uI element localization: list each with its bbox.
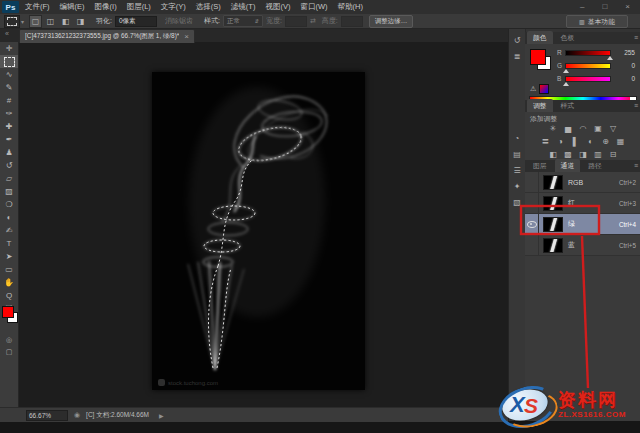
- properties-panel-icon[interactable]: ≣: [511, 50, 523, 62]
- curves-icon[interactable]: ◠: [578, 124, 588, 134]
- rectangle-tool[interactable]: ▭: [0, 263, 18, 276]
- channel-row-green-selected[interactable]: 绿 Ctrl+4: [525, 214, 640, 235]
- tab-layers[interactable]: 图层: [527, 159, 553, 172]
- gradient-tool[interactable]: ▨: [0, 185, 18, 198]
- screen-mode-button[interactable]: ▢: [0, 346, 18, 358]
- move-tool[interactable]: ✛: [0, 42, 18, 55]
- menu-file[interactable]: 文件(F): [25, 2, 50, 12]
- close-button[interactable]: ×: [625, 0, 630, 13]
- tab-paths[interactable]: 路径: [582, 159, 608, 172]
- style-select[interactable]: 正常 ⇵: [223, 15, 263, 27]
- collapsed-panel-icon[interactable]: ▧: [511, 196, 523, 208]
- blur-tool[interactable]: ❍: [0, 198, 18, 211]
- channel-row-blue[interactable]: 蓝 Ctrl+5: [525, 235, 640, 256]
- black-white-icon[interactable]: ▌: [571, 137, 581, 147]
- workspace-switcher[interactable]: ▥ 基本功能: [566, 15, 628, 28]
- tab-adjustments[interactable]: 调整: [527, 99, 553, 112]
- maximize-button[interactable]: □: [602, 0, 607, 13]
- tool-preset-caret-icon[interactable]: ▾: [21, 18, 24, 25]
- collapsed-panel-icon[interactable]: ☰: [511, 164, 523, 176]
- history-panel-icon[interactable]: ↺: [511, 34, 523, 46]
- tab-swatches[interactable]: 色板: [555, 31, 581, 44]
- type-tool[interactable]: T: [0, 237, 18, 250]
- red-slider-handle[interactable]: [607, 56, 613, 60]
- menu-select[interactable]: 选择(S): [196, 2, 221, 12]
- tab-styles[interactable]: 样式: [555, 99, 581, 112]
- visibility-toggle[interactable]: [525, 193, 539, 213]
- tab-channels[interactable]: 通道: [555, 159, 581, 172]
- dodge-tool[interactable]: ◐: [0, 211, 18, 224]
- collapsed-panel-icon[interactable]: ◔: [511, 132, 523, 144]
- document-image[interactable]: stock.tuchong.com: [152, 72, 365, 390]
- path-selection-tool[interactable]: ➤: [0, 250, 18, 263]
- collapsed-panel-icon[interactable]: ✦: [511, 180, 523, 192]
- quick-selection-tool[interactable]: ✎: [0, 81, 18, 94]
- channel-row-red[interactable]: 红 Ctrl+3: [525, 193, 640, 214]
- red-value[interactable]: 255: [611, 49, 635, 56]
- add-selection-button[interactable]: ◫: [44, 15, 57, 28]
- document-tab[interactable]: [C]4737313621232373555.jpg @ 66.7%(图层 1,…: [19, 29, 195, 43]
- menu-type[interactable]: 文字(Y): [161, 2, 186, 12]
- status-options-arrow-icon[interactable]: ▶: [159, 412, 164, 419]
- menu-edit[interactable]: 编辑(E): [60, 2, 85, 12]
- selective-color-icon[interactable]: ⊟: [608, 150, 618, 160]
- eyedropper-tool[interactable]: ✑: [0, 107, 18, 120]
- menu-image[interactable]: 图像(I): [95, 2, 117, 12]
- eraser-tool[interactable]: ▱: [0, 172, 18, 185]
- healing-brush-tool[interactable]: ✚: [0, 120, 18, 133]
- refine-edge-button[interactable]: 调整边缘…: [369, 15, 414, 28]
- zoom-level-input[interactable]: 66.67%: [26, 410, 68, 421]
- visibility-toggle[interactable]: [525, 235, 539, 255]
- brush-tool[interactable]: ✒: [0, 133, 18, 146]
- swap-dimensions-icon[interactable]: ⇄: [310, 17, 316, 25]
- blue-value[interactable]: 0: [611, 75, 635, 82]
- history-brush-tool[interactable]: ↺: [0, 159, 18, 172]
- visibility-toggle[interactable]: [525, 214, 539, 234]
- crop-tool[interactable]: #: [0, 94, 18, 107]
- levels-icon[interactable]: ▅: [563, 124, 573, 134]
- menu-filter[interactable]: 滤镜(T): [231, 2, 256, 12]
- hue-saturation-icon[interactable]: 〓: [541, 137, 551, 147]
- channel-mixer-icon[interactable]: ⊕: [601, 137, 611, 147]
- color-balance-icon[interactable]: ◑: [556, 137, 566, 147]
- panel-menu-icon[interactable]: ≡: [634, 102, 638, 109]
- green-slider-handle[interactable]: [563, 69, 569, 73]
- panel-menu-icon[interactable]: ≡: [634, 34, 638, 41]
- foreground-background-swatches[interactable]: [2, 306, 17, 322]
- red-slider[interactable]: [565, 50, 611, 56]
- collapsed-panel-icon[interactable]: ▤: [511, 148, 523, 160]
- green-slider[interactable]: [565, 63, 611, 69]
- hand-tool[interactable]: ✋: [0, 276, 18, 289]
- color-lookup-icon[interactable]: ▦: [616, 137, 626, 147]
- pen-tool[interactable]: ✍: [0, 224, 18, 237]
- panel-foreground-swatch[interactable]: [530, 49, 546, 65]
- visibility-toggle[interactable]: [525, 172, 539, 192]
- canvas-area[interactable]: stock.tuchong.com: [18, 42, 508, 407]
- quick-mask-button[interactable]: ◎: [0, 334, 18, 346]
- blue-slider-handle[interactable]: [563, 82, 569, 86]
- foreground-color-swatch[interactable]: [2, 306, 14, 318]
- toolbox-collapse-icon[interactable]: «: [5, 30, 9, 37]
- menu-window[interactable]: 窗口(W): [300, 2, 327, 12]
- clone-stamp-tool[interactable]: ♟: [0, 146, 18, 159]
- exposure-icon[interactable]: ▣: [593, 124, 603, 134]
- brightness-contrast-icon[interactable]: ✳: [548, 124, 558, 134]
- blue-slider[interactable]: [565, 76, 611, 82]
- tab-close-icon[interactable]: ×: [184, 32, 189, 41]
- intersect-selection-button[interactable]: ◨: [74, 15, 87, 28]
- feather-input[interactable]: 0像素: [115, 16, 157, 27]
- menu-view[interactable]: 视图(V): [265, 2, 290, 12]
- antialias-checkbox[interactable]: 消除锯齿: [165, 16, 193, 26]
- new-selection-button[interactable]: ▢: [29, 15, 42, 28]
- menu-layer[interactable]: 图层(L): [127, 2, 151, 12]
- green-value[interactable]: 0: [611, 62, 635, 69]
- channel-row-rgb[interactable]: RGB Ctrl+2: [525, 172, 640, 193]
- zoom-tool[interactable]: Q: [0, 289, 18, 302]
- minimize-button[interactable]: –: [580, 0, 584, 13]
- menu-help[interactable]: 帮助(H): [338, 2, 363, 12]
- tab-color[interactable]: 颜色: [527, 31, 553, 44]
- current-tool-icon[interactable]: [4, 15, 20, 28]
- subtract-selection-button[interactable]: ◧: [59, 15, 72, 28]
- lasso-tool[interactable]: ∿: [0, 68, 18, 81]
- photo-filter-icon[interactable]: ◐: [586, 137, 596, 147]
